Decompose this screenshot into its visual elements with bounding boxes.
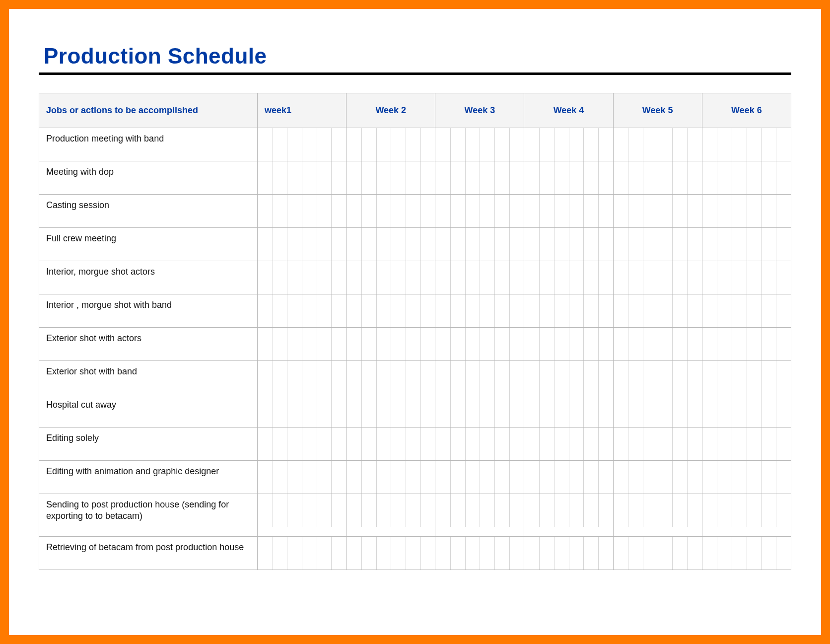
day-cell bbox=[302, 294, 317, 327]
day-cell bbox=[480, 494, 494, 527]
job-cell: Editing with animation and graphic desig… bbox=[39, 461, 258, 494]
day-strip bbox=[435, 261, 524, 294]
week-cell bbox=[435, 536, 524, 570]
day-cell bbox=[687, 361, 702, 394]
day-cell bbox=[717, 161, 732, 194]
day-strip bbox=[702, 328, 791, 360]
day-cell bbox=[361, 261, 376, 294]
day-cell bbox=[273, 128, 287, 161]
day-cell bbox=[554, 195, 569, 227]
day-cell bbox=[465, 161, 480, 194]
day-cell bbox=[376, 195, 391, 227]
day-cell bbox=[702, 537, 717, 570]
day-cell bbox=[539, 294, 554, 327]
day-cell bbox=[761, 494, 776, 527]
day-cell bbox=[331, 161, 346, 194]
day-cell bbox=[465, 195, 480, 227]
day-cell bbox=[258, 261, 273, 294]
day-cell bbox=[776, 328, 791, 360]
day-cell bbox=[732, 494, 747, 527]
day-strip bbox=[346, 195, 435, 227]
day-cell bbox=[287, 294, 302, 327]
day-cell bbox=[628, 394, 643, 427]
day-cell bbox=[776, 461, 791, 494]
day-cell bbox=[450, 195, 465, 227]
day-strip bbox=[702, 461, 791, 494]
day-cell bbox=[361, 328, 376, 360]
day-cell bbox=[302, 394, 317, 427]
day-cell bbox=[331, 261, 346, 294]
day-cell bbox=[717, 328, 732, 360]
week-cell bbox=[258, 361, 346, 394]
day-cell bbox=[598, 361, 613, 394]
day-strip bbox=[614, 161, 702, 194]
schedule-body: Production meeting with bandMeeting with… bbox=[39, 128, 791, 570]
day-cell bbox=[317, 161, 332, 194]
day-cell bbox=[643, 195, 658, 227]
day-cell bbox=[258, 394, 273, 427]
day-cell bbox=[465, 537, 480, 570]
day-cell bbox=[658, 294, 673, 327]
day-cell bbox=[406, 228, 420, 261]
week-cell bbox=[435, 461, 524, 494]
day-cell bbox=[732, 261, 747, 294]
day-cell bbox=[761, 394, 776, 427]
day-cell bbox=[287, 461, 302, 494]
day-cell bbox=[776, 394, 791, 427]
day-cell bbox=[628, 461, 643, 494]
day-cell bbox=[420, 428, 435, 460]
day-cell bbox=[302, 537, 317, 570]
day-cell bbox=[687, 537, 702, 570]
day-strip bbox=[346, 328, 435, 360]
day-cell bbox=[539, 394, 554, 427]
day-cell bbox=[702, 261, 717, 294]
day-cell bbox=[480, 537, 494, 570]
day-strip bbox=[435, 161, 524, 194]
day-cell bbox=[598, 261, 613, 294]
day-cell bbox=[524, 328, 539, 360]
week-cell bbox=[524, 494, 613, 537]
day-strip bbox=[524, 128, 613, 161]
day-cell bbox=[628, 261, 643, 294]
day-cell bbox=[539, 128, 554, 161]
day-cell bbox=[569, 195, 584, 227]
day-cell bbox=[450, 228, 465, 261]
day-strip bbox=[524, 428, 613, 460]
table-row: Retrieving of betacam from post producti… bbox=[39, 536, 791, 570]
table-row: Interior , morgue shot with band bbox=[39, 294, 791, 328]
week-cell bbox=[613, 294, 702, 328]
day-cell bbox=[450, 294, 465, 327]
day-cell bbox=[702, 128, 717, 161]
day-cell bbox=[361, 228, 376, 261]
day-strip bbox=[614, 428, 702, 460]
day-cell bbox=[302, 328, 317, 360]
title-underline bbox=[39, 72, 791, 75]
day-cell bbox=[361, 428, 376, 460]
day-cell bbox=[628, 228, 643, 261]
day-cell bbox=[717, 128, 732, 161]
day-cell bbox=[672, 537, 687, 570]
day-cell bbox=[273, 494, 287, 527]
day-cell bbox=[509, 195, 524, 227]
week-cell bbox=[258, 195, 346, 228]
week-header: Week 4 bbox=[524, 93, 613, 128]
day-cell bbox=[450, 361, 465, 394]
day-strip bbox=[346, 228, 435, 261]
day-cell bbox=[687, 494, 702, 527]
day-cell bbox=[376, 128, 391, 161]
week-cell bbox=[346, 394, 435, 428]
table-row: Full crew meeting bbox=[39, 228, 791, 261]
week-cell bbox=[702, 161, 791, 195]
day-cell bbox=[494, 161, 509, 194]
day-cell bbox=[494, 294, 509, 327]
week-cell bbox=[702, 328, 791, 361]
day-cell bbox=[287, 328, 302, 360]
day-cell bbox=[317, 228, 332, 261]
day-strip bbox=[346, 161, 435, 194]
day-cell bbox=[672, 294, 687, 327]
week-cell bbox=[435, 161, 524, 195]
day-cell bbox=[331, 494, 346, 527]
week-cell bbox=[258, 228, 346, 261]
week-cell bbox=[702, 228, 791, 261]
week-cell bbox=[524, 328, 613, 361]
